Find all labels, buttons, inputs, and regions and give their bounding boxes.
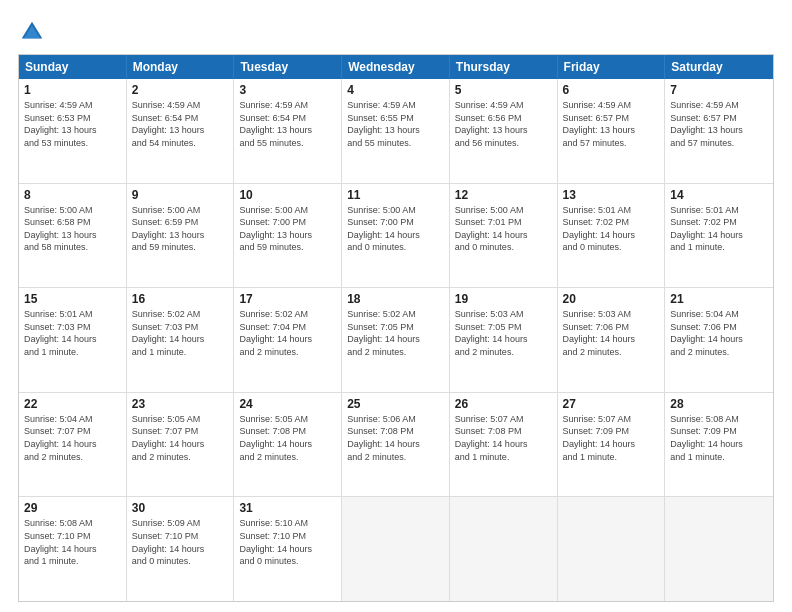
day-details: Sunrise: 4:59 AM Sunset: 6:54 PM Dayligh… <box>239 99 336 149</box>
day-number: 17 <box>239 292 336 306</box>
day-number: 25 <box>347 397 444 411</box>
day-details: Sunrise: 4:59 AM Sunset: 6:53 PM Dayligh… <box>24 99 121 149</box>
day-details: Sunrise: 5:07 AM Sunset: 7:09 PM Dayligh… <box>563 413 660 463</box>
day-number: 5 <box>455 83 552 97</box>
day-number: 9 <box>132 188 229 202</box>
header-cell-thursday: Thursday <box>450 55 558 79</box>
calendar-cell: 3Sunrise: 4:59 AM Sunset: 6:54 PM Daylig… <box>234 79 342 183</box>
header-cell-monday: Monday <box>127 55 235 79</box>
day-number: 18 <box>347 292 444 306</box>
calendar-cell: 4Sunrise: 4:59 AM Sunset: 6:55 PM Daylig… <box>342 79 450 183</box>
calendar-cell: 12Sunrise: 5:00 AM Sunset: 7:01 PM Dayli… <box>450 184 558 288</box>
calendar-body: 1Sunrise: 4:59 AM Sunset: 6:53 PM Daylig… <box>19 79 773 601</box>
header <box>18 18 774 46</box>
day-number: 12 <box>455 188 552 202</box>
day-number: 10 <box>239 188 336 202</box>
calendar-cell: 27Sunrise: 5:07 AM Sunset: 7:09 PM Dayli… <box>558 393 666 497</box>
day-details: Sunrise: 5:00 AM Sunset: 7:00 PM Dayligh… <box>347 204 444 254</box>
day-number: 21 <box>670 292 768 306</box>
calendar-cell: 19Sunrise: 5:03 AM Sunset: 7:05 PM Dayli… <box>450 288 558 392</box>
calendar-cell: 1Sunrise: 4:59 AM Sunset: 6:53 PM Daylig… <box>19 79 127 183</box>
day-number: 30 <box>132 501 229 515</box>
day-number: 29 <box>24 501 121 515</box>
day-number: 19 <box>455 292 552 306</box>
day-number: 11 <box>347 188 444 202</box>
day-details: Sunrise: 5:04 AM Sunset: 7:06 PM Dayligh… <box>670 308 768 358</box>
day-details: Sunrise: 5:10 AM Sunset: 7:10 PM Dayligh… <box>239 517 336 567</box>
header-cell-wednesday: Wednesday <box>342 55 450 79</box>
header-cell-sunday: Sunday <box>19 55 127 79</box>
day-details: Sunrise: 5:08 AM Sunset: 7:09 PM Dayligh… <box>670 413 768 463</box>
day-details: Sunrise: 4:59 AM Sunset: 6:56 PM Dayligh… <box>455 99 552 149</box>
day-details: Sunrise: 4:59 AM Sunset: 6:57 PM Dayligh… <box>563 99 660 149</box>
calendar-cell: 15Sunrise: 5:01 AM Sunset: 7:03 PM Dayli… <box>19 288 127 392</box>
calendar-header-row: SundayMondayTuesdayWednesdayThursdayFrid… <box>19 55 773 79</box>
day-number: 20 <box>563 292 660 306</box>
day-number: 14 <box>670 188 768 202</box>
calendar-cell: 23Sunrise: 5:05 AM Sunset: 7:07 PM Dayli… <box>127 393 235 497</box>
calendar: SundayMondayTuesdayWednesdayThursdayFrid… <box>18 54 774 602</box>
calendar-cell: 7Sunrise: 4:59 AM Sunset: 6:57 PM Daylig… <box>665 79 773 183</box>
calendar-week-4: 22Sunrise: 5:04 AM Sunset: 7:07 PM Dayli… <box>19 392 773 497</box>
day-details: Sunrise: 5:07 AM Sunset: 7:08 PM Dayligh… <box>455 413 552 463</box>
day-number: 7 <box>670 83 768 97</box>
day-details: Sunrise: 5:00 AM Sunset: 7:00 PM Dayligh… <box>239 204 336 254</box>
day-details: Sunrise: 5:01 AM Sunset: 7:02 PM Dayligh… <box>670 204 768 254</box>
day-details: Sunrise: 5:02 AM Sunset: 7:04 PM Dayligh… <box>239 308 336 358</box>
calendar-cell: 22Sunrise: 5:04 AM Sunset: 7:07 PM Dayli… <box>19 393 127 497</box>
header-cell-tuesday: Tuesday <box>234 55 342 79</box>
day-number: 26 <box>455 397 552 411</box>
day-details: Sunrise: 5:09 AM Sunset: 7:10 PM Dayligh… <box>132 517 229 567</box>
calendar-cell: 30Sunrise: 5:09 AM Sunset: 7:10 PM Dayli… <box>127 497 235 601</box>
logo <box>18 18 48 46</box>
day-number: 31 <box>239 501 336 515</box>
calendar-week-3: 15Sunrise: 5:01 AM Sunset: 7:03 PM Dayli… <box>19 287 773 392</box>
day-number: 3 <box>239 83 336 97</box>
calendar-week-2: 8Sunrise: 5:00 AM Sunset: 6:58 PM Daylig… <box>19 183 773 288</box>
calendar-cell: 14Sunrise: 5:01 AM Sunset: 7:02 PM Dayli… <box>665 184 773 288</box>
day-details: Sunrise: 5:05 AM Sunset: 7:08 PM Dayligh… <box>239 413 336 463</box>
calendar-cell: 25Sunrise: 5:06 AM Sunset: 7:08 PM Dayli… <box>342 393 450 497</box>
day-number: 6 <box>563 83 660 97</box>
calendar-cell <box>665 497 773 601</box>
calendar-cell: 11Sunrise: 5:00 AM Sunset: 7:00 PM Dayli… <box>342 184 450 288</box>
header-cell-friday: Friday <box>558 55 666 79</box>
day-details: Sunrise: 4:59 AM Sunset: 6:55 PM Dayligh… <box>347 99 444 149</box>
calendar-cell <box>342 497 450 601</box>
day-details: Sunrise: 5:02 AM Sunset: 7:03 PM Dayligh… <box>132 308 229 358</box>
day-details: Sunrise: 5:03 AM Sunset: 7:05 PM Dayligh… <box>455 308 552 358</box>
calendar-cell: 17Sunrise: 5:02 AM Sunset: 7:04 PM Dayli… <box>234 288 342 392</box>
day-number: 27 <box>563 397 660 411</box>
calendar-cell <box>450 497 558 601</box>
calendar-cell: 2Sunrise: 4:59 AM Sunset: 6:54 PM Daylig… <box>127 79 235 183</box>
day-details: Sunrise: 5:02 AM Sunset: 7:05 PM Dayligh… <box>347 308 444 358</box>
calendar-cell: 26Sunrise: 5:07 AM Sunset: 7:08 PM Dayli… <box>450 393 558 497</box>
calendar-cell: 10Sunrise: 5:00 AM Sunset: 7:00 PM Dayli… <box>234 184 342 288</box>
day-details: Sunrise: 5:03 AM Sunset: 7:06 PM Dayligh… <box>563 308 660 358</box>
day-details: Sunrise: 4:59 AM Sunset: 6:54 PM Dayligh… <box>132 99 229 149</box>
day-details: Sunrise: 5:00 AM Sunset: 6:58 PM Dayligh… <box>24 204 121 254</box>
calendar-cell: 13Sunrise: 5:01 AM Sunset: 7:02 PM Dayli… <box>558 184 666 288</box>
day-number: 1 <box>24 83 121 97</box>
day-number: 8 <box>24 188 121 202</box>
day-number: 15 <box>24 292 121 306</box>
calendar-cell: 24Sunrise: 5:05 AM Sunset: 7:08 PM Dayli… <box>234 393 342 497</box>
day-number: 24 <box>239 397 336 411</box>
day-number: 28 <box>670 397 768 411</box>
day-details: Sunrise: 5:00 AM Sunset: 7:01 PM Dayligh… <box>455 204 552 254</box>
day-number: 2 <box>132 83 229 97</box>
calendar-week-5: 29Sunrise: 5:08 AM Sunset: 7:10 PM Dayli… <box>19 496 773 601</box>
calendar-cell: 29Sunrise: 5:08 AM Sunset: 7:10 PM Dayli… <box>19 497 127 601</box>
calendar-cell: 9Sunrise: 5:00 AM Sunset: 6:59 PM Daylig… <box>127 184 235 288</box>
calendar-cell: 5Sunrise: 4:59 AM Sunset: 6:56 PM Daylig… <box>450 79 558 183</box>
day-details: Sunrise: 5:06 AM Sunset: 7:08 PM Dayligh… <box>347 413 444 463</box>
day-details: Sunrise: 5:01 AM Sunset: 7:02 PM Dayligh… <box>563 204 660 254</box>
logo-icon <box>18 18 46 46</box>
day-details: Sunrise: 5:08 AM Sunset: 7:10 PM Dayligh… <box>24 517 121 567</box>
day-number: 4 <box>347 83 444 97</box>
header-cell-saturday: Saturday <box>665 55 773 79</box>
day-details: Sunrise: 5:05 AM Sunset: 7:07 PM Dayligh… <box>132 413 229 463</box>
calendar-cell <box>558 497 666 601</box>
day-details: Sunrise: 5:04 AM Sunset: 7:07 PM Dayligh… <box>24 413 121 463</box>
calendar-week-1: 1Sunrise: 4:59 AM Sunset: 6:53 PM Daylig… <box>19 79 773 183</box>
